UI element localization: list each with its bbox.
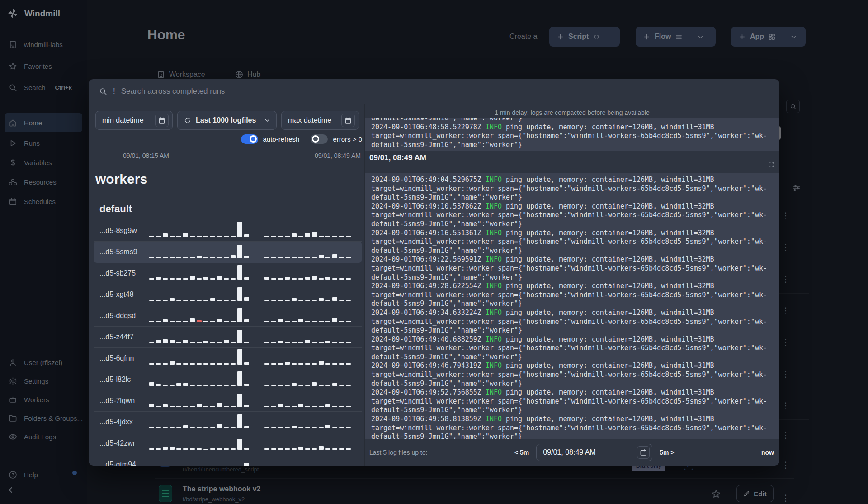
worker-activity-sparkline	[149, 222, 357, 240]
log-entry: 2024-09-01T06:49:40.688259Z INFO ping up…	[371, 335, 770, 362]
worker-row[interactable]: ...d5-8sg9w	[94, 220, 362, 242]
worker-activity-sparkline	[149, 264, 357, 282]
worker-activity-sparkline	[149, 307, 357, 325]
worker-name: ...d5-sb275	[99, 269, 149, 277]
worker-row[interactable]: ...d5-42zwr	[94, 433, 362, 454]
log-entry: 2024-09-01T06:49:22.569591Z INFO ping up…	[371, 255, 770, 282]
log-footer: Last 5 log files up to: < 5m 09/01, 08:4…	[365, 439, 779, 466]
worker-activity-sparkline	[149, 434, 357, 452]
log-datetime-value: 09/01, 08:49 AM	[543, 448, 596, 456]
log-entry: 2024-09-01T06:49:16.551361Z INFO ping up…	[371, 229, 770, 256]
worker-row[interactable]: ...d5-sb275	[94, 263, 362, 284]
back-5m-button[interactable]: < 5m	[514, 449, 529, 456]
worker-row[interactable]: ...d5-6qfnn	[94, 348, 362, 369]
calendar-icon	[640, 449, 647, 456]
log-entry: 2024-09-01T06:49:04.529675Z INFO ping up…	[371, 176, 770, 202]
log-block-main: 2024-09-01T06:49:04.529675Z INFO ping up…	[365, 173, 779, 439]
log-datetime-input[interactable]: 09/01, 08:49 AM	[536, 444, 652, 461]
log-block-previous: default-5sms9-Jmn1G","name":"worker"} 20…	[365, 118, 779, 151]
delay-note: 1 min delay: logs are compacted before b…	[365, 109, 779, 116]
search-prefix: !	[113, 87, 115, 96]
logfiles-select[interactable]: Last 1000 logfiles	[177, 111, 277, 130]
logfiles-chevron[interactable]	[258, 117, 276, 124]
worker-name: ...d5-l82lc	[99, 376, 149, 384]
worker-name: ...d5-4jdxx	[99, 418, 149, 426]
worker-name: ...d5-ddgsd	[99, 312, 149, 320]
worker-list: ...d5-8sg9w...d5-5sms9...d5-sb275...d5-x…	[94, 220, 362, 466]
log-entry: 2024-09-01T06:48:58.522978Z INFO ping up…	[371, 123, 770, 150]
log-entry: 2024-09-01T06:49:28.622554Z INFO ping up…	[371, 282, 770, 309]
auto-refresh-label: auto-refresh	[263, 135, 300, 143]
log-entry: 2024-09-01T06:49:52.756855Z INFO ping up…	[371, 388, 770, 415]
worker-activity-sparkline	[149, 413, 357, 431]
max-datetime-label: max datetime	[288, 116, 331, 124]
log-footer-label: Last 5 log files up to:	[369, 449, 427, 456]
range-end-time: 09/01, 08:49 AM	[315, 152, 361, 159]
now-button[interactable]: now	[761, 449, 774, 456]
worker-row[interactable]: ...d5-l82lc	[94, 369, 362, 390]
chevron-down-icon	[264, 117, 271, 124]
worker-name: ...d5-xgt48	[99, 290, 149, 299]
errors-toggle[interactable]	[311, 134, 328, 144]
refresh-icon	[184, 117, 191, 124]
worker-activity-sparkline	[149, 349, 357, 367]
worker-name: ...d5-42zwr	[99, 439, 149, 447]
errors-label: errors > 0	[333, 135, 362, 143]
worker-activity-sparkline	[149, 371, 357, 389]
worker-row[interactable]: ...d5-5sms9	[94, 242, 362, 263]
worker-activity-sparkline	[149, 243, 357, 261]
log-entry: 2024-09-01T06:49:46.704319Z INFO ping up…	[371, 361, 770, 388]
search-input[interactable]: ! Search across completed runs	[89, 79, 779, 104]
calendar-icon	[344, 117, 352, 124]
worker-name: ...d5-5sms9	[99, 248, 149, 256]
worker-activity-sparkline	[149, 392, 357, 410]
worker-group-heading: default	[99, 203, 132, 215]
calendar-button[interactable]	[341, 114, 355, 127]
forward-5m-button[interactable]: 5m >	[660, 449, 674, 456]
workers-heading: workers	[95, 171, 147, 187]
search-icon	[99, 87, 107, 95]
worker-row[interactable]: ...d5-xgt48	[94, 284, 362, 305]
worker-row[interactable]: ...d5-4jdxx	[94, 412, 362, 433]
log-entry: 2024-09-01T06:49:10.537862Z INFO ping up…	[371, 202, 770, 229]
range-start-time: 09/01, 08:15 AM	[123, 152, 169, 159]
worker-activity-sparkline	[149, 285, 357, 304]
auto-refresh-toggle[interactable]	[241, 134, 258, 144]
worker-row[interactable]: ...d5-7lgwn	[94, 390, 362, 412]
calendar-icon	[158, 117, 165, 124]
worker-name: ...d5-z44f7	[99, 333, 149, 341]
worker-row[interactable]: ...d5-z44f7	[94, 327, 362, 348]
log-panel: 1 min delay: logs are compacted before b…	[364, 104, 779, 466]
search-placeholder: Search across completed runs	[121, 87, 225, 96]
max-datetime-input[interactable]: max datetime	[281, 111, 359, 130]
min-datetime-input[interactable]: min datetime	[95, 111, 173, 130]
worker-activity-sparkline	[149, 456, 357, 466]
calendar-button[interactable]	[637, 446, 650, 459]
expand-icon[interactable]	[768, 161, 775, 168]
worker-row[interactable]: ...d5-ddgsd	[94, 305, 362, 327]
log-search-modal: ! Search across completed runs min datet…	[89, 79, 779, 466]
worker-activity-sparkline	[149, 328, 357, 346]
min-datetime-label: min datetime	[102, 116, 144, 124]
worker-name: ...d5-8sg9w	[99, 227, 149, 235]
worker-name: ...d5-gtm94	[99, 461, 149, 466]
worker-name: ...d5-6qfnn	[99, 354, 149, 362]
logfiles-label: Last 1000 logfiles	[196, 116, 256, 124]
log-section-time: 09/01, 08:49 AM	[369, 153, 426, 162]
calendar-button[interactable]	[155, 114, 169, 127]
log-entry: 2024-09-01T06:49:58.813859Z INFO ping up…	[371, 415, 770, 439]
log-entry: 2024-09-01T06:49:34.633224Z INFO ping up…	[371, 309, 770, 335]
worker-row[interactable]: ...d5-gtm94	[94, 454, 362, 466]
clipped-log-line: default-5sms9-Jmn1G","name":"worker"}	[371, 118, 770, 123]
worker-name: ...d5-7lgwn	[99, 397, 149, 405]
